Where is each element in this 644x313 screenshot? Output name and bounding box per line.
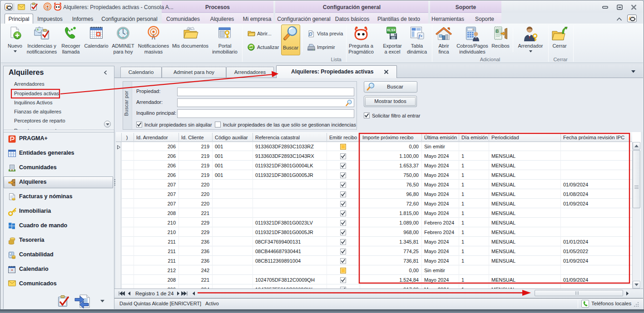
svg-text:T: T — [496, 29, 498, 33]
svg-text:XLSX: XLSX — [387, 28, 396, 32]
svg-text:f×: f× — [418, 34, 422, 39]
svg-text:0: 0 — [472, 28, 474, 31]
